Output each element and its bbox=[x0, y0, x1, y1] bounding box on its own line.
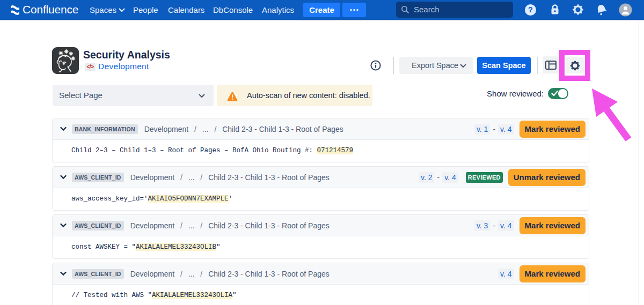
svg-text:?: ? bbox=[528, 5, 533, 14]
